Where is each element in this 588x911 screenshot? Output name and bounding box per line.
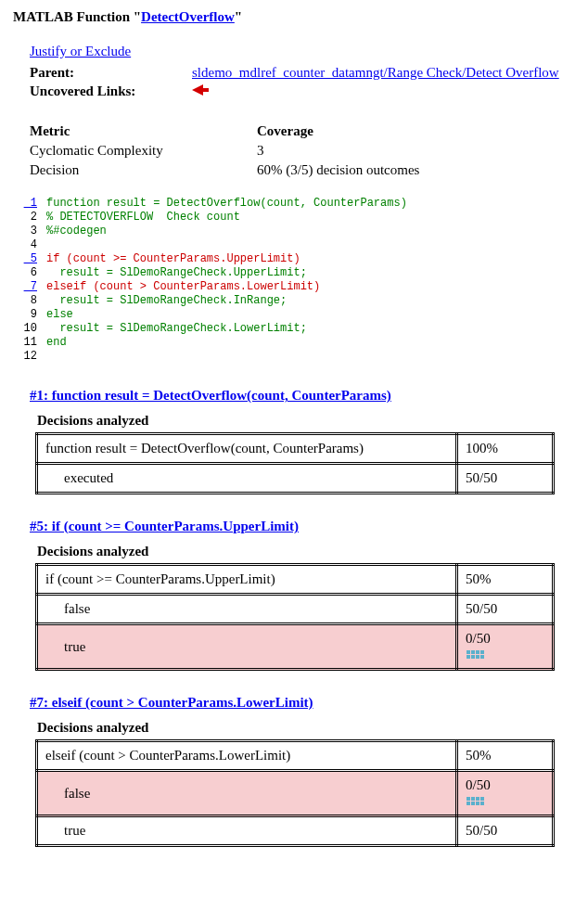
metric-value: 3	[257, 141, 447, 160]
code-listing: 1function result = DetectOverflow(count,…	[13, 197, 575, 364]
code-line-text: result = SlDemoRangeCheck.InRange;	[46, 294, 287, 308]
code-line-number: 12	[13, 350, 46, 364]
metrics-table: Metric Coverage Cyclomatic Complexity 3 …	[30, 122, 575, 180]
code-line-text: function result = DetectOverflow(count, …	[46, 197, 407, 211]
outcome-label: false	[37, 771, 457, 816]
table-row: Cyclomatic Complexity 3	[30, 141, 447, 160]
uncovered-label: Uncovered Links:	[30, 83, 192, 99]
decision-pct: 50%	[457, 565, 554, 595]
outcome-label: false	[37, 595, 457, 624]
decision-expr: elseif (count > CounterParams.LowerLimit…	[37, 741, 457, 771]
outcome-value: 50/50	[457, 595, 554, 624]
code-line-text: result = SlDemoRangeCheck.UpperLimit;	[46, 266, 307, 280]
page-title: MATLAB Function "DetectOverflow"	[13, 9, 575, 25]
justify-link[interactable]: Justify or Exclude	[30, 44, 131, 58]
code-line-text: %#codegen	[46, 225, 107, 238]
outcome-value: 50/50	[457, 464, 554, 494]
outcome-value: 50/50	[457, 816, 554, 846]
code-line-number: 9	[13, 308, 46, 322]
code-line-number: 4	[13, 238, 46, 252]
code-line-number[interactable]: 7	[13, 280, 46, 294]
tests-icon[interactable]	[466, 797, 484, 806]
code-line-number: 6	[13, 266, 46, 280]
tests-icon[interactable]	[466, 650, 484, 660]
metrics-head-metric: Metric	[30, 122, 257, 141]
decision-expr: function result = DetectOverflow(count, …	[37, 434, 457, 464]
table-row: Decision 60% (3/5) decision outcomes	[30, 160, 447, 180]
decisions-table-5: if (count >= CounterParams.UpperLimit) 5…	[35, 563, 555, 671]
metric-name: Decision	[30, 160, 257, 180]
decisions-header: Decisions analyzed	[37, 413, 575, 429]
parent-label: Parent:	[30, 65, 192, 81]
outcome-label: true	[37, 816, 457, 846]
decision-pct: 50%	[457, 741, 554, 771]
decisions-table-7: elseif (count > CounterParams.LowerLimit…	[35, 739, 555, 847]
code-line-number: 11	[13, 336, 46, 350]
parent-link[interactable]: sldemo_mdlref_counter_datamngt/Range Che…	[192, 65, 559, 80]
code-line-text: result = SlDemoRangeCheck.LowerLimit;	[46, 322, 307, 336]
code-line-text: end	[46, 336, 67, 350]
code-line-number[interactable]: 1	[13, 197, 46, 211]
decision-expr: if (count >= CounterParams.UpperLimit)	[37, 565, 457, 595]
title-link[interactable]: DetectOverflow	[141, 9, 235, 24]
table-row: true 0/50	[37, 624, 554, 670]
outcome-label: executed	[37, 464, 457, 494]
arrow-left-icon[interactable]	[192, 84, 203, 96]
title-suffix: "	[235, 9, 242, 24]
code-line-number: 10	[13, 322, 46, 336]
code-line-number[interactable]: 5	[13, 252, 46, 266]
detail-link-5[interactable]: #5: if (count >= CounterParams.UpperLimi…	[30, 519, 575, 534]
table-row: false 50/50	[37, 595, 554, 624]
code-line-text: if (count >= CounterParams.UpperLimit)	[46, 252, 300, 266]
code-line-number: 3	[13, 225, 46, 238]
detail-link-7[interactable]: #7: elseif (count > CounterParams.LowerL…	[30, 695, 575, 711]
decision-pct: 100%	[457, 434, 554, 464]
code-line-text: % DETECTOVERFLOW Check count	[46, 211, 240, 225]
outcome-label: true	[37, 624, 457, 670]
code-line-number: 8	[13, 294, 46, 308]
decisions-table-1: function result = DetectOverflow(count, …	[35, 432, 555, 494]
metrics-head-coverage: Coverage	[257, 122, 447, 141]
code-line-text: else	[46, 308, 73, 322]
code-line-number: 2	[13, 211, 46, 225]
decisions-header: Decisions analyzed	[37, 720, 575, 736]
detail-link-1[interactable]: #1: function result = DetectOverflow(cou…	[30, 388, 575, 404]
table-row: true 50/50	[37, 816, 554, 846]
title-prefix: MATLAB Function "	[13, 9, 141, 24]
outcome-value: 0/50	[457, 771, 554, 816]
code-line-text: elseif (count > CounterParams.LowerLimit…	[46, 280, 320, 294]
metric-name: Cyclomatic Complexity	[30, 141, 257, 160]
outcome-value: 0/50	[457, 624, 554, 670]
decisions-header: Decisions analyzed	[37, 544, 575, 559]
table-row: executed 50/50	[37, 464, 554, 494]
metric-value: 60% (3/5) decision outcomes	[257, 160, 447, 180]
table-row: false 0/50	[37, 771, 554, 816]
